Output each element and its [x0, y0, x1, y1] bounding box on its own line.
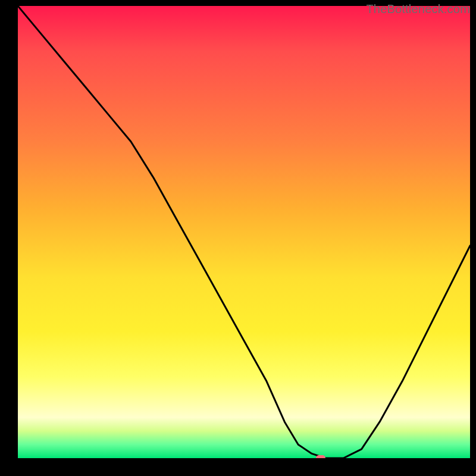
plot-area	[18, 6, 470, 458]
watermark-text: TheBottleneck.com	[366, 2, 470, 16]
optimal-marker	[316, 455, 325, 458]
bottleneck-curve	[18, 6, 470, 458]
chart-frame: TheBottleneck.com	[0, 0, 476, 476]
